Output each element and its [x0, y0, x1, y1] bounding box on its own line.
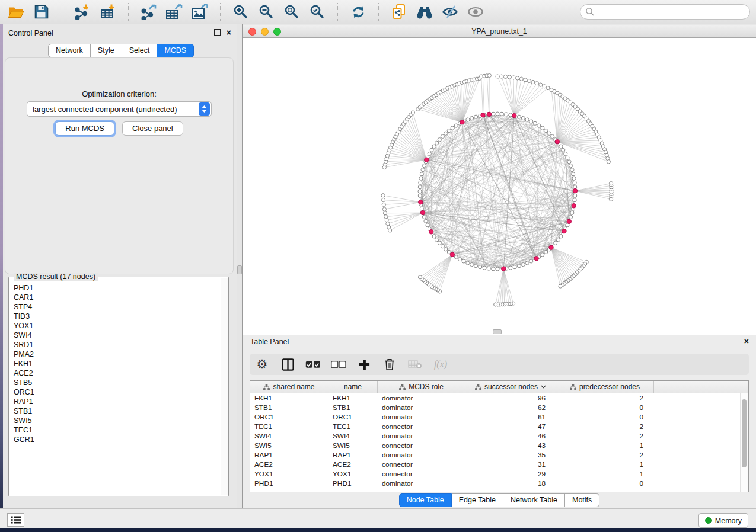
- mcds-result-item[interactable]: SWI5: [9, 416, 221, 425]
- attribute-type-icon: [263, 384, 270, 390]
- attribute-type-icon: [399, 384, 406, 390]
- zoom-fit-icon[interactable]: [283, 3, 301, 21]
- search-box[interactable]: [580, 4, 750, 20]
- select-stepper-icon: [199, 102, 210, 116]
- table-scrollbar-thumb[interactable]: [742, 399, 747, 467]
- node-table-body: FKH1FKH1dominator962STB1STB1dominator620…: [250, 393, 748, 488]
- show-details-eye-icon[interactable]: [467, 3, 484, 21]
- tab-edge-table[interactable]: Edge Table: [452, 493, 503, 507]
- mcds-result-item[interactable]: RAP1: [9, 397, 221, 406]
- column-header-name[interactable]: name: [328, 381, 378, 393]
- control-panel-tabs: NetworkStyleSelectMCDS: [48, 44, 194, 57]
- import-table-icon[interactable]: [99, 3, 117, 21]
- vertical-splitter-handle[interactable]: [237, 265, 242, 274]
- table-row[interactable]: RAP1RAP1dominator352: [250, 450, 748, 460]
- mcds-result-item[interactable]: STB1: [9, 406, 221, 416]
- table-cell: PHD1: [250, 479, 328, 488]
- column-header-MCDS-role[interactable]: MCDS role: [378, 381, 465, 393]
- export-image-icon[interactable]: [191, 3, 209, 21]
- table-cell: 61: [465, 412, 556, 422]
- table-cell: dominator: [378, 479, 465, 488]
- mcds-result-item[interactable]: ORC1: [9, 387, 221, 397]
- column-header-successor-nodes[interactable]: successor nodes: [465, 381, 556, 393]
- add-row-plus-icon[interactable]: [356, 357, 372, 372]
- table-row[interactable]: PHD1PHD1dominator180: [250, 479, 748, 488]
- export-network-icon[interactable]: [140, 3, 158, 21]
- attribute-type-icon: [570, 384, 576, 390]
- float-panel-icon[interactable]: [214, 29, 221, 36]
- network-canvas[interactable]: [243, 38, 756, 335]
- import-network-icon[interactable]: [74, 3, 91, 21]
- search-input[interactable]: [595, 7, 749, 17]
- table-scrollbar[interactable]: [740, 393, 748, 492]
- task-history-button[interactable]: [7, 513, 24, 527]
- save-session-icon[interactable]: [33, 3, 50, 21]
- table-cell: SWI4: [250, 431, 328, 441]
- table-row[interactable]: SWI4SWI4dominator462: [250, 431, 748, 441]
- column-header-predecessor-nodes[interactable]: predecessor nodes: [556, 381, 654, 393]
- mcds-result-item[interactable]: SWI4: [9, 331, 221, 340]
- tab-select[interactable]: Select: [122, 44, 158, 57]
- search-binoculars-icon[interactable]: [416, 3, 433, 21]
- close-panel-button[interactable]: Close panel: [122, 121, 183, 136]
- close-panel-icon[interactable]: ×: [227, 30, 231, 36]
- mcds-result-item[interactable]: PMA2: [9, 350, 221, 359]
- table-cell: 31: [465, 460, 556, 469]
- table-cell: connector: [378, 441, 465, 450]
- delete-trash-icon[interactable]: [382, 357, 397, 372]
- zoom-selected-icon[interactable]: [308, 3, 326, 21]
- tab-style[interactable]: Style: [91, 44, 122, 57]
- deselect-all-icon[interactable]: [331, 357, 346, 372]
- toolbar-separator: [128, 3, 129, 21]
- table-row[interactable]: SWI5SWI5connector431: [250, 441, 748, 450]
- open-file-icon[interactable]: [7, 3, 25, 21]
- table-cell: 0: [556, 479, 654, 488]
- tab-motifs[interactable]: Motifs: [565, 493, 599, 507]
- mcds-result-item[interactable]: STP4: [9, 302, 221, 312]
- mcds-result-item[interactable]: PHD1: [9, 283, 221, 293]
- column-settings-gear-icon[interactable]: ⚙: [254, 357, 270, 372]
- close-table-panel-icon[interactable]: ×: [744, 338, 749, 344]
- mcds-result-item[interactable]: FKH1: [9, 359, 221, 368]
- copy-style-icon[interactable]: [390, 3, 408, 21]
- mcds-list-scrollbar[interactable]: [221, 278, 228, 495]
- table-tabs: Node TableEdge TableNetwork TableMotifs: [243, 493, 756, 507]
- network-graph[interactable]: [243, 38, 756, 335]
- show-columns-icon[interactable]: [280, 357, 295, 372]
- export-table-icon[interactable]: [165, 3, 183, 21]
- hide-details-eye-icon[interactable]: [441, 3, 459, 21]
- tab-network[interactable]: Network: [48, 44, 91, 57]
- table-row[interactable]: TEC1TEC1connector472: [250, 422, 748, 431]
- table-row[interactable]: FKH1FKH1dominator962: [250, 393, 748, 403]
- run-mcds-button[interactable]: Run MCDS: [55, 121, 114, 136]
- horizontal-splitter-handle[interactable]: [493, 329, 502, 334]
- table-row[interactable]: YOX1YOX1connector291: [250, 469, 748, 479]
- mcds-result-item[interactable]: STB5: [9, 378, 221, 387]
- mcds-result-item[interactable]: YOX1: [9, 321, 221, 331]
- table-row[interactable]: ORC1ORC1dominator610: [250, 412, 748, 422]
- zoom-in-icon[interactable]: [232, 3, 250, 21]
- mcds-result-item[interactable]: TEC1: [9, 425, 221, 435]
- float-table-panel-icon[interactable]: [732, 338, 738, 344]
- table-row[interactable]: STB1STB1dominator620: [250, 403, 748, 412]
- table-row[interactable]: ACE2ACE2connector311: [250, 460, 748, 469]
- table-panel-title: Table Panel: [250, 338, 289, 346]
- tab-node-table[interactable]: Node Table: [399, 493, 452, 507]
- optimization-criterion-select[interactable]: largest connected component (undirected): [27, 101, 212, 117]
- sort-desc-icon: [541, 385, 546, 389]
- mcds-result-item[interactable]: TID3: [9, 312, 221, 321]
- mcds-result-item[interactable]: ACE2: [9, 368, 221, 378]
- tab-mcds[interactable]: MCDS: [157, 44, 194, 57]
- tab-network-table[interactable]: Network Table: [503, 493, 565, 507]
- memory-status-dot: [705, 517, 712, 524]
- table-cell: dominator: [378, 393, 465, 403]
- table-panel: Table Panel × ⚙ f(x): [242, 335, 756, 508]
- select-all-icon[interactable]: [305, 357, 321, 372]
- refresh-icon[interactable]: [349, 3, 367, 21]
- mcds-result-item[interactable]: CAR1: [9, 293, 221, 302]
- memory-button[interactable]: Memory: [698, 513, 748, 528]
- mcds-result-item[interactable]: GCR1: [9, 435, 221, 444]
- zoom-out-icon[interactable]: [257, 3, 275, 21]
- mcds-result-item[interactable]: SRD1: [9, 340, 221, 350]
- column-header-shared-name[interactable]: shared name: [250, 381, 328, 393]
